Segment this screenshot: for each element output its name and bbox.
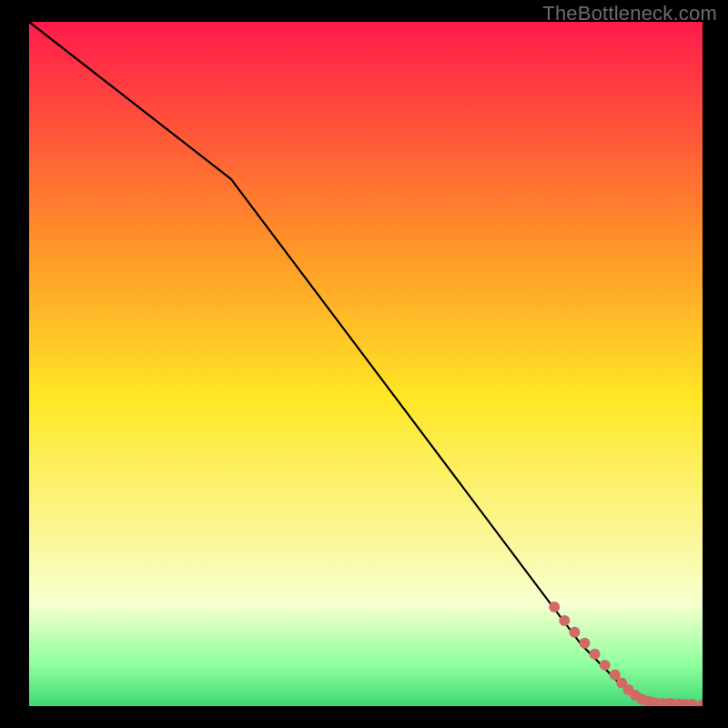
marker-dot [569, 627, 580, 638]
chart-svg [29, 22, 703, 706]
marker-dot [590, 649, 601, 660]
marker-dot [580, 638, 591, 649]
gradient-background [29, 22, 703, 706]
marker-dot [559, 615, 570, 626]
plot-area [29, 22, 703, 706]
marker-dot [600, 660, 611, 671]
chart-frame: TheBottleneck.com [0, 0, 728, 728]
marker-dot [549, 602, 560, 612]
